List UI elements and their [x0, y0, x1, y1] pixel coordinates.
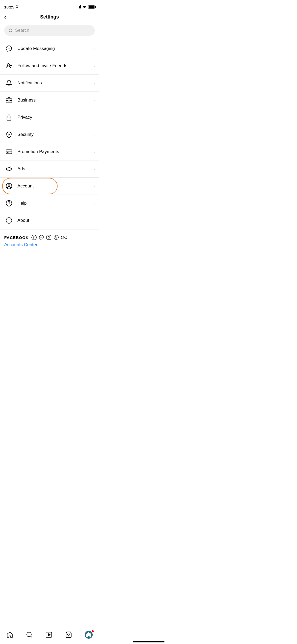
info-icon — [4, 216, 14, 225]
settings-list: Update Messaging › Follow and Invite Fri… — [0, 40, 99, 229]
promotion-payments-label: Promotion Payments — [17, 149, 93, 154]
add-person-icon — [4, 61, 14, 71]
help-icon — [4, 199, 14, 208]
messenger-brand-icon — [39, 235, 44, 240]
notifications-label: Notifications — [17, 80, 93, 86]
svg-point-12 — [6, 183, 12, 189]
brand-icons — [31, 235, 67, 240]
location-icon — [15, 5, 18, 8]
help-label: Help — [17, 201, 93, 206]
facebook-footer: FACEBOOK — [0, 229, 99, 250]
accounts-center-link[interactable]: Accounts Center — [4, 242, 37, 247]
bell-icon — [4, 78, 14, 88]
settings-item-update-messaging[interactable]: Update Messaging › — [0, 40, 99, 57]
svg-point-21 — [48, 237, 50, 238]
whatsapp-brand-icon — [54, 235, 59, 240]
svg-rect-6 — [7, 117, 11, 120]
settings-item-follow-invite[interactable]: Follow and Invite Friends › — [0, 57, 99, 75]
svg-point-13 — [8, 185, 10, 187]
instagram-brand-icon — [46, 235, 51, 240]
svg-rect-4 — [6, 99, 12, 103]
search-bar[interactable]: Search — [4, 25, 95, 36]
chevron-icon: › — [93, 115, 95, 120]
settings-item-privacy[interactable]: Privacy › — [0, 109, 99, 126]
status-icons — [77, 5, 95, 9]
chevron-icon: › — [93, 184, 95, 188]
svg-point-23 — [54, 235, 59, 240]
signal-bars — [77, 5, 81, 8]
business-icon — [4, 95, 14, 105]
chevron-icon: › — [93, 64, 95, 68]
account-label: Account — [17, 183, 93, 189]
settings-item-help[interactable]: Help › — [0, 195, 99, 212]
settings-item-ads[interactable]: Ads › — [0, 160, 99, 178]
settings-item-notifications[interactable]: Notifications › — [0, 75, 99, 92]
svg-rect-7 — [6, 150, 12, 154]
settings-item-business[interactable]: Business › — [0, 92, 99, 109]
update-messaging-label: Update Messaging — [17, 46, 93, 51]
shield-icon — [4, 130, 14, 139]
messenger-icon — [4, 44, 14, 53]
svg-point-22 — [50, 236, 50, 237]
brand-name: FACEBOOK — [4, 235, 29, 240]
svg-point-25 — [65, 236, 67, 239]
ads-label: Ads — [17, 166, 93, 172]
search-container: Search — [0, 23, 99, 40]
svg-rect-20 — [47, 235, 51, 240]
chevron-icon: › — [93, 167, 95, 171]
chevron-icon: › — [93, 132, 95, 137]
svg-point-24 — [61, 236, 64, 239]
svg-rect-5 — [8, 100, 10, 101]
page-title: Settings — [40, 14, 59, 20]
lock-icon — [4, 113, 14, 122]
security-label: Security — [17, 132, 93, 137]
svg-rect-10 — [6, 168, 7, 170]
svg-point-15 — [9, 205, 9, 205]
privacy-label: Privacy — [17, 115, 93, 120]
about-label: About — [17, 218, 93, 223]
header: ‹ Settings — [0, 12, 99, 23]
chevron-icon: › — [93, 47, 95, 51]
settings-item-promotion-payments[interactable]: Promotion Payments › — [0, 143, 99, 160]
wifi-icon — [82, 5, 87, 8]
settings-item-security[interactable]: Security › — [0, 126, 99, 143]
chevron-icon: › — [93, 201, 95, 206]
chevron-icon: › — [93, 150, 95, 154]
facebook-brand-icon — [31, 235, 37, 240]
settings-item-about[interactable]: About › — [0, 212, 99, 229]
settings-item-account[interactable]: Account › — [0, 178, 99, 195]
back-button[interactable]: ‹ — [4, 14, 6, 20]
svg-point-0 — [9, 29, 12, 32]
status-bar: 10:25 — [0, 0, 99, 12]
svg-point-1 — [7, 63, 10, 66]
follow-invite-label: Follow and Invite Friends — [17, 63, 93, 68]
chevron-icon: › — [93, 218, 95, 223]
search-placeholder: Search — [15, 28, 29, 33]
chevron-icon: › — [93, 98, 95, 103]
status-time: 10:25 — [4, 5, 18, 9]
svg-point-11 — [11, 168, 12, 169]
business-label: Business — [17, 98, 93, 103]
megaphone-icon — [4, 164, 14, 174]
chevron-icon: › — [93, 81, 95, 85]
brand-row: FACEBOOK — [4, 235, 95, 240]
battery-icon — [88, 5, 95, 9]
card-icon — [4, 147, 14, 157]
account-icon — [4, 181, 14, 191]
meta-brand-icon — [61, 236, 67, 239]
search-icon — [8, 28, 13, 33]
